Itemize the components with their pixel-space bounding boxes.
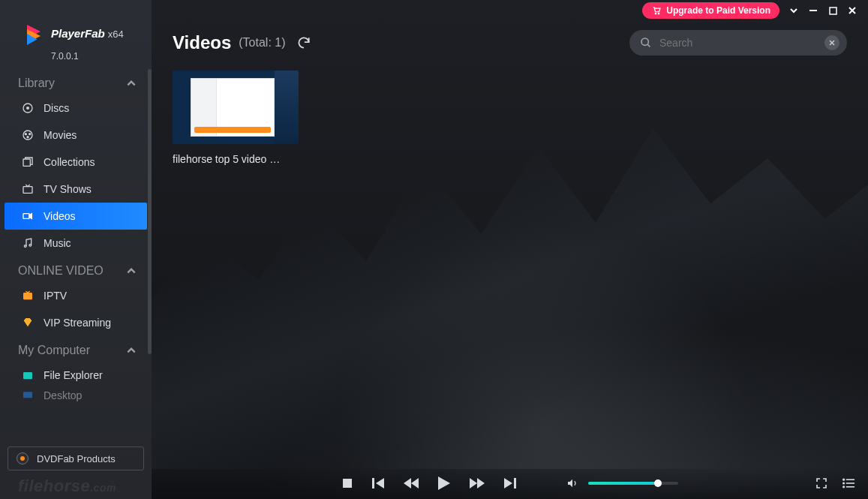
- svg-point-20: [641, 38, 648, 45]
- sidebar-item-music[interactable]: Music: [0, 230, 152, 257]
- svg-point-24: [842, 479, 845, 481]
- svg-rect-29: [846, 486, 854, 488]
- sidebar: PlayerFabx64 7.0.0.1 Library Discs Movie…: [0, 0, 152, 499]
- video-thumbnail: [173, 71, 299, 144]
- svg-rect-25: [846, 479, 854, 480]
- nav-label: File Explorer: [44, 369, 103, 381]
- app-version: 7.0.0.1: [0, 50, 152, 69]
- svg-rect-23: [514, 478, 516, 488]
- svg-rect-27: [846, 482, 854, 484]
- nav-label: Desktop: [44, 389, 82, 401]
- refresh-button[interactable]: [296, 35, 311, 50]
- svg-point-26: [842, 482, 845, 484]
- sidebar-item-vip[interactable]: VIP Streaming: [0, 309, 152, 336]
- svg-rect-3: [830, 8, 836, 14]
- sidebar-item-iptv[interactable]: IPTV: [0, 282, 152, 309]
- upgrade-button[interactable]: Upgrade to Paid Version: [642, 2, 779, 19]
- dvdfab-products-button[interactable]: DVDFab Products: [8, 446, 144, 470]
- svg-point-8: [29, 134, 31, 135]
- nav-label: Discs: [44, 102, 69, 114]
- nav-label: TV Shows: [44, 183, 92, 195]
- video-title: filehorse top 5 video …: [173, 153, 299, 165]
- playlist-button[interactable]: [842, 477, 854, 489]
- svg-point-14: [29, 244, 32, 246]
- volume-fill: [588, 482, 659, 485]
- music-note-icon: [21, 236, 35, 250]
- search-input[interactable]: [659, 37, 817, 49]
- svg-point-28: [842, 485, 845, 488]
- volume-thumb[interactable]: [654, 479, 662, 487]
- svg-rect-17: [23, 392, 32, 398]
- sidebar-item-collections[interactable]: Collections: [0, 149, 152, 176]
- svg-point-5: [27, 107, 29, 110]
- nav-label: IPTV: [44, 290, 67, 302]
- section-online-video[interactable]: ONLINE VIDEO: [0, 257, 152, 282]
- chevron-up-icon: [126, 266, 137, 276]
- app-logo: PlayerFabx64: [0, 0, 152, 50]
- page-title: Videos: [173, 32, 231, 53]
- upgrade-label: Upgrade to Paid Version: [666, 5, 770, 16]
- sidebar-item-file-explorer[interactable]: File Explorer: [0, 362, 152, 389]
- nav-label: Music: [44, 237, 71, 249]
- volume-button[interactable]: [566, 477, 579, 489]
- sidebar-item-discs[interactable]: Discs: [0, 95, 152, 122]
- next-button[interactable]: [504, 478, 516, 488]
- app-arch: x64: [108, 29, 124, 40]
- svg-rect-21: [343, 479, 352, 488]
- chevron-up-icon: [126, 78, 137, 89]
- svg-point-13: [24, 245, 26, 248]
- svg-point-7: [25, 134, 26, 135]
- nav-label: Collections: [44, 156, 95, 168]
- svg-rect-10: [23, 159, 30, 166]
- search-clear-button[interactable]: [824, 35, 839, 50]
- section-library[interactable]: Library: [0, 69, 152, 95]
- folder-icon: [21, 368, 35, 382]
- previous-button[interactable]: [372, 478, 384, 488]
- svg-rect-16: [23, 372, 32, 379]
- app-name: PlayerFab: [51, 27, 105, 40]
- tv-icon: [21, 182, 35, 196]
- svg-rect-15: [23, 293, 32, 299]
- sidebar-item-videos[interactable]: Videos: [5, 203, 147, 230]
- dropdown-button[interactable]: [788, 5, 799, 16]
- svg-point-1: [659, 13, 660, 14]
- maximize-button[interactable]: [827, 5, 838, 16]
- collection-icon: [21, 155, 35, 169]
- iptv-icon: [21, 289, 35, 302]
- desktop-icon: [21, 389, 35, 402]
- disc-icon: [21, 101, 35, 115]
- close-button[interactable]: [847, 5, 857, 16]
- dvdfab-icon: [16, 452, 29, 465]
- search-box[interactable]: [629, 30, 847, 56]
- section-label: Library: [18, 77, 55, 90]
- video-item[interactable]: filehorse top 5 video …: [173, 71, 299, 165]
- player-bar: [152, 467, 868, 499]
- nav-label: VIP Streaming: [44, 317, 111, 329]
- nav-label: Videos: [44, 210, 76, 222]
- page-count: (Total: 1): [239, 36, 285, 50]
- watermark: filehorse.com: [18, 476, 116, 496]
- svg-point-19: [20, 456, 25, 461]
- nav-label: Movies: [44, 129, 77, 141]
- diamond-icon: [21, 316, 35, 329]
- sidebar-item-tvshows[interactable]: TV Shows: [0, 176, 152, 203]
- svg-rect-11: [23, 187, 32, 194]
- rewind-button[interactable]: [404, 478, 419, 488]
- minimize-button[interactable]: [808, 5, 818, 16]
- search-icon: [640, 37, 652, 49]
- volume-slider[interactable]: [588, 482, 678, 485]
- svg-point-9: [27, 137, 29, 138]
- forward-button[interactable]: [470, 478, 485, 488]
- svg-point-0: [656, 13, 657, 14]
- footer-label: DVDFab Products: [37, 453, 116, 464]
- svg-rect-12: [23, 214, 29, 219]
- svg-rect-22: [372, 478, 374, 488]
- stop-button[interactable]: [342, 478, 353, 488]
- sidebar-item-movies[interactable]: Movies: [0, 122, 152, 149]
- section-my-computer[interactable]: My Computer: [0, 336, 152, 362]
- section-label: My Computer: [18, 344, 90, 357]
- movie-reel-icon: [21, 128, 35, 142]
- sidebar-item-desktop[interactable]: Desktop: [0, 389, 152, 402]
- play-button[interactable]: [438, 476, 450, 490]
- fullscreen-button[interactable]: [815, 477, 827, 489]
